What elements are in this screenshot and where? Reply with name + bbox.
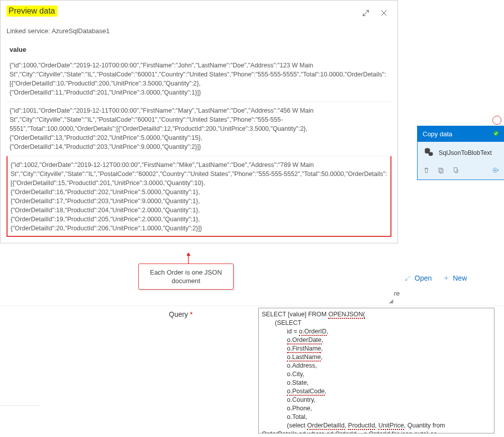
modal-header: Preview data xyxy=(7,6,391,19)
open-label: Open xyxy=(415,274,432,282)
new-label: New xyxy=(453,274,467,282)
activity-card-footer xyxy=(418,163,504,180)
bottom-action-tabs: Open New xyxy=(405,274,467,282)
unvalidated-indicator-icon xyxy=(492,116,501,125)
close-icon[interactable] xyxy=(379,9,388,19)
open-button[interactable]: Open xyxy=(405,274,432,282)
linked-service-line: Linked service: AzureSqlDatabase1 xyxy=(7,27,391,35)
database-icon xyxy=(424,147,434,158)
resize-handle-icon[interactable]: ◢ xyxy=(389,298,392,304)
activity-type-label: Copy data xyxy=(423,130,452,138)
preview-table: value {"id":1000,"OrderDate":"2019-12-10… xyxy=(7,46,391,237)
modal-header-icons xyxy=(361,6,391,19)
table-row: {"id":1001,"OrderDate":"2019-12-11T00:00… xyxy=(7,102,391,155)
linked-service-label: Linked service: xyxy=(7,27,50,35)
copy-icon[interactable] xyxy=(452,166,459,176)
preview-data-modal: Preview data Linked service: AzureSqlDat… xyxy=(0,0,398,243)
divider xyxy=(0,306,504,306)
svg-point-1 xyxy=(493,131,499,136)
check-icon xyxy=(492,130,499,138)
canvas-right-panel: Copy data SqlJsonToBlobText xyxy=(417,0,504,302)
required-asterisk: * xyxy=(190,310,192,318)
clone-icon[interactable] xyxy=(437,166,445,176)
table-row: {"id":1002,"OrderDate":"2019-12-12T00:00… xyxy=(7,156,391,237)
modal-title: Preview data xyxy=(7,6,57,17)
activity-name: SqlJsonToBlobText xyxy=(439,149,492,156)
svg-rect-5 xyxy=(440,169,443,173)
activity-card-header: Copy data xyxy=(418,126,504,142)
query-label-text: Query xyxy=(169,310,188,318)
delete-icon[interactable] xyxy=(423,166,430,176)
query-field-label: Query * xyxy=(169,310,192,318)
add-output-icon[interactable] xyxy=(492,166,499,176)
linked-service-value: AzureSqlDatabase1 xyxy=(52,27,110,35)
table-row: {"id":1000,"OrderDate":"2019-12-10T00:00… xyxy=(7,57,391,101)
divider xyxy=(0,405,40,406)
callout-annotation: Each Order is one JSON document xyxy=(138,264,234,290)
svg-rect-6 xyxy=(454,168,457,172)
activity-card-body: SqlJsonToBlobText xyxy=(418,142,504,163)
svg-rect-4 xyxy=(439,168,442,172)
truncated-re-label: re xyxy=(394,290,400,297)
copy-data-activity-card[interactable]: Copy data SqlJsonToBlobText xyxy=(417,126,504,180)
expand-icon[interactable] xyxy=(361,9,370,19)
new-button[interactable]: New xyxy=(443,274,467,282)
column-header-value: value xyxy=(7,46,391,57)
query-textarea[interactable]: SELECT [value] FROM OPENJSON( (SELECT id… xyxy=(258,308,494,433)
